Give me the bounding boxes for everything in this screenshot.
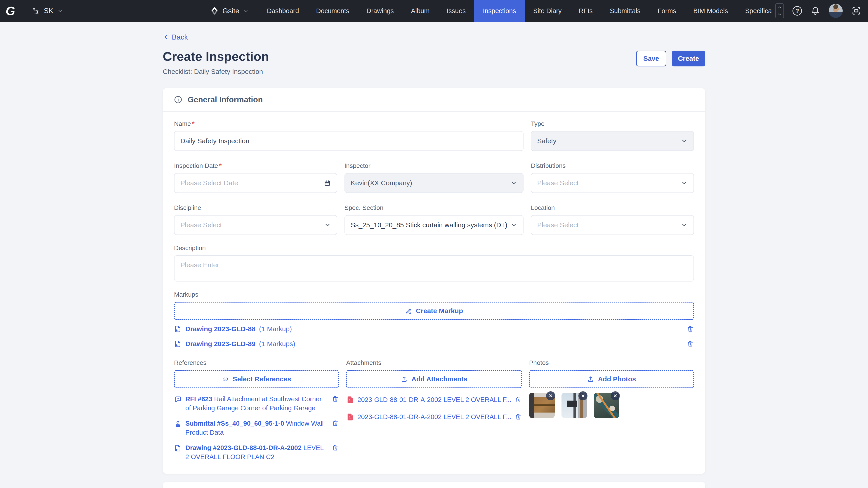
markups-label: Markups — [174, 291, 694, 298]
photos-column: Photos Add Photos — [529, 359, 694, 461]
nav-item-rfis[interactable]: RFIs — [570, 0, 601, 22]
reference-link[interactable]: Submittal #Ss_40_90_60_95-1-0 Window Wal… — [185, 419, 328, 437]
markups-section: Markups Create Markup Drawing 2023-GLD-8… — [174, 291, 694, 350]
save-button[interactable]: Save — [636, 51, 666, 66]
reference-link[interactable]: Drawing #2023-GLD-88-01-DR-A-2002 LEVEL … — [185, 443, 328, 461]
nav-item-submittals[interactable]: Submittals — [601, 0, 649, 22]
remove-photo-icon[interactable] — [546, 391, 555, 400]
create-button[interactable]: Create — [672, 51, 705, 66]
attachment-item: 2023-GLD-88-01-DR-A-2002 LEVEL 2 OVERALL… — [346, 394, 522, 405]
delete-attachment-icon[interactable] — [515, 396, 522, 403]
photos-label: Photos — [529, 359, 694, 366]
distributions-select[interactable]: Please Select — [531, 173, 694, 193]
nav-item-bim-models[interactable]: BIM Models — [685, 0, 737, 22]
nav-item-specifications[interactable]: Specifications — [737, 0, 772, 22]
inspection-date-input[interactable]: Please Select Date — [174, 173, 337, 193]
remove-photo-icon[interactable] — [579, 391, 587, 400]
discipline-label: Discipline — [174, 204, 337, 212]
top-nav: G SK Gsite Dashboard Documents Drawings … — [0, 0, 868, 22]
delete-reference-icon[interactable] — [332, 420, 339, 437]
delete-attachment-icon[interactable] — [515, 413, 522, 420]
product-switcher[interactable]: Gsite — [201, 0, 258, 22]
nav-item-drawings[interactable]: Drawings — [358, 0, 402, 22]
attachment-link[interactable]: 2023-GLD-88-01-DR-A-2002 LEVEL 2 OVERALL… — [358, 396, 511, 403]
photo-thumbnail-cabinet[interactable] — [529, 393, 555, 418]
attachments-column: Attachments Add Attachments 2023-GLD-88-… — [346, 359, 522, 461]
markup-drawing-link[interactable]: Drawing 2023-GLD-88 — [185, 325, 255, 333]
page-header-text: Create Inspection Checklist: Daily Safet… — [163, 50, 269, 75]
description-textarea[interactable]: Please Enter — [174, 255, 694, 282]
nav-item-issues[interactable]: Issues — [438, 0, 474, 22]
markup-count: (1 Markups) — [259, 340, 295, 348]
location-label: Location — [531, 204, 694, 212]
field-distributions: Distributions Please Select — [531, 162, 694, 193]
nav-scroll-widget[interactable] — [775, 3, 784, 18]
delete-markup-icon[interactable] — [687, 325, 694, 332]
attachment-link[interactable]: 2023-GLD-88-01-DR-A-2002 LEVEL 2 OVERALL… — [358, 413, 511, 421]
inspector-select[interactable]: Kevin(XX Company) — [344, 173, 524, 193]
checklist-sections-card: Checklist Sections — [163, 482, 705, 488]
upload-icon — [587, 376, 594, 383]
field-location: Location Please Select — [531, 204, 694, 235]
select-references-button[interactable]: Select References — [174, 370, 339, 388]
chevron-down-icon — [324, 222, 331, 228]
field-inspection-date: Inspection Date* Please Select Date — [174, 162, 337, 193]
reference-link[interactable]: RFI #623 Rail Attachment at Southwest Co… — [185, 394, 328, 413]
link-icon — [222, 376, 229, 383]
nav-item-dashboard[interactable]: Dashboard — [258, 0, 308, 22]
markup-item: Drawing 2023-GLD-89 (1 Markups) — [174, 338, 694, 350]
attachment-item: 2023-GLD-88-01-DR-A-2002 LEVEL 2 OVERALL… — [346, 411, 522, 422]
spec-section-label: Spec. Section — [344, 204, 524, 212]
pdf-file-icon — [346, 413, 354, 421]
distributions-label: Distributions — [531, 162, 694, 169]
info-icon — [174, 95, 183, 104]
spec-section-select[interactable]: Ss_25_10_20_85 Stick curtain walling sys… — [344, 215, 524, 235]
field-description: Description Please Enter — [174, 245, 694, 282]
type-label: Type — [531, 120, 694, 127]
general-information-header: General Information — [163, 88, 705, 111]
nav-item-site-diary[interactable]: Site Diary — [525, 0, 570, 22]
nav-item-inspections[interactable]: Inspections — [474, 0, 525, 22]
photo-thumbnail-hoist[interactable] — [561, 393, 587, 418]
project-switcher[interactable]: SK — [21, 0, 201, 22]
discipline-select[interactable]: Please Select — [174, 215, 337, 235]
references-column: References Select References RFI #623 Ra… — [174, 359, 339, 461]
app-logo[interactable]: G — [0, 0, 21, 22]
attachments-label: Attachments — [346, 359, 522, 366]
nav-item-forms[interactable]: Forms — [649, 0, 685, 22]
add-attachments-button[interactable]: Add Attachments — [346, 370, 522, 388]
markup-drawing-link[interactable]: Drawing 2023-GLD-89 — [185, 340, 255, 348]
photo-thumbnail-aerial-site[interactable] — [594, 393, 619, 418]
back-button[interactable]: Back — [163, 33, 705, 41]
location-select[interactable]: Please Select — [531, 215, 694, 235]
name-input[interactable]: Daily Safety Inspection — [174, 131, 524, 151]
type-select[interactable]: Safety — [531, 131, 694, 151]
chevron-down-icon — [243, 8, 249, 14]
nav-item-documents[interactable]: Documents — [308, 0, 358, 22]
back-label: Back — [172, 33, 188, 41]
markup-count: (1 Markup) — [259, 325, 292, 333]
create-markup-button[interactable]: Create Markup — [174, 302, 694, 320]
field-inspector: Inspector Kevin(XX Company) — [344, 162, 524, 193]
calendar-icon — [324, 180, 331, 187]
remove-photo-icon[interactable] — [611, 391, 620, 400]
delete-markup-icon[interactable] — [687, 340, 694, 348]
help-icon[interactable]: ? — [793, 6, 802, 15]
chevron-down-icon — [510, 222, 517, 228]
fullscreen-icon[interactable] — [851, 6, 861, 16]
reference-item: Drawing #2023-GLD-88-01-DR-A-2002 LEVEL … — [174, 443, 339, 461]
chevron-down-icon — [681, 180, 688, 186]
nav-item-album[interactable]: Album — [402, 0, 438, 22]
add-photos-button[interactable]: Add Photos — [529, 370, 694, 388]
delete-reference-icon[interactable] — [332, 444, 339, 461]
field-type: Type Safety — [531, 120, 694, 151]
chevron-down-icon — [681, 222, 688, 228]
user-avatar[interactable] — [829, 4, 843, 18]
submittal-stamp-icon — [174, 420, 182, 437]
nav-right-controls: ? — [772, 0, 868, 22]
markup-item: Drawing 2023-GLD-88 (1 Markup) — [174, 323, 694, 335]
page-title: Create Inspection — [163, 50, 269, 63]
delete-reference-icon[interactable] — [332, 395, 339, 413]
notifications-bell-icon[interactable] — [811, 6, 820, 15]
description-label: Description — [174, 245, 694, 252]
